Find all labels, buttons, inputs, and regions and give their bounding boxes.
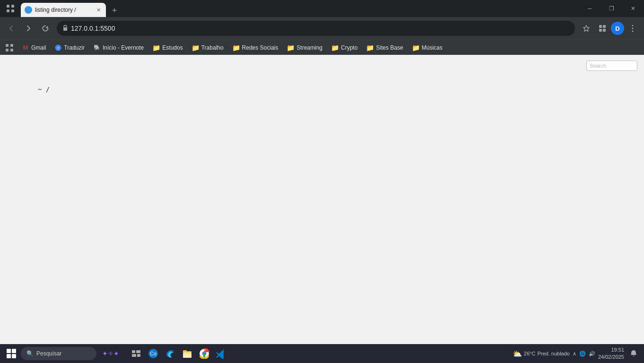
close-button[interactable]: ✕ [622, 0, 644, 17]
bookmark-estudos[interactable]: 📁 Estudos [148, 42, 186, 53]
svg-rect-2 [7, 9, 9, 12]
bookmark-evernote[interactable]: 🐘 Início - Evernote [89, 42, 148, 53]
svg-rect-3 [11, 9, 14, 12]
svg-rect-7 [603, 25, 606, 28]
volume-icon[interactable]: 🔊 [589, 351, 595, 357]
system-clock[interactable]: 19:51 24/02/2025 [598, 346, 624, 361]
taskbar-search-placeholder: Pesquisar [36, 350, 61, 357]
traduzir-favicon: T [54, 44, 62, 52]
tab-title: listing directory / [35, 7, 92, 13]
bookmark-traduzir[interactable]: T Traduzir [51, 42, 88, 53]
svg-rect-20 [136, 350, 140, 353]
bookmark-crypto[interactable]: 📁 Crypto [327, 42, 361, 53]
taskbar-app-edge[interactable] [163, 346, 178, 361]
svg-rect-16 [10, 49, 13, 52]
directory-path: ~ / [38, 86, 50, 93]
taskbar-pinned-apps: Co [129, 346, 229, 361]
forward-button[interactable] [21, 21, 36, 36]
svg-rect-8 [599, 29, 602, 32]
new-tab-button[interactable]: + [108, 4, 121, 17]
taskbar-search-box[interactable]: 🔍 Pesquisar [21, 347, 96, 360]
taskbar: 🔍 Pesquisar ✦✧✦ Co ⛅ 26°C Pred. nublado [0, 344, 644, 363]
bookmark-trabalho-label: Trabalho [201, 44, 224, 51]
taskbar-app-copilot[interactable]: Co [146, 346, 161, 361]
notification-button[interactable] [627, 347, 640, 360]
svg-rect-14 [10, 44, 13, 47]
folder-icon: 📁 [331, 44, 339, 52]
folder-icon: 📁 [232, 44, 240, 52]
back-button[interactable] [4, 21, 19, 36]
svg-point-12 [632, 31, 634, 32]
folder-icon: 📁 [152, 44, 160, 52]
taskbar-ai-button[interactable]: ✦✧✦ [98, 349, 123, 358]
weather-widget[interactable]: ⛅ 26°C Pred. nublado [513, 349, 570, 358]
url-text: 127.0.0.1:5500 [71, 25, 569, 32]
taskbar-app-taskview[interactable] [129, 346, 144, 361]
search-placeholder: Search [590, 63, 606, 69]
bookmark-gmail[interactable]: M Gmail [18, 42, 50, 53]
menu-button[interactable] [625, 21, 640, 36]
svg-rect-13 [6, 44, 9, 47]
bookmark-star-button[interactable] [579, 21, 594, 36]
page-search-box[interactable]: Search [586, 60, 637, 71]
start-button[interactable] [4, 346, 19, 361]
active-tab[interactable]: 🌐 listing directory / ✕ [21, 3, 106, 17]
maximize-button[interactable]: ❐ [600, 0, 622, 17]
bookmarks-apps-button[interactable] [4, 42, 15, 53]
bookmark-trabalho[interactable]: 📁 Trabalho [188, 42, 227, 53]
bookmark-redes-sociais-label: Redes Sociais [242, 44, 278, 51]
window-controls: ─ ❐ ✕ [579, 0, 644, 17]
ai-stars-icon: ✦✧✦ [102, 350, 119, 357]
minimize-button[interactable]: ─ [579, 0, 600, 17]
svg-rect-1 [11, 5, 14, 8]
svg-point-11 [632, 28, 634, 29]
tray-arrow[interactable]: ∧ [573, 351, 576, 357]
refresh-button[interactable] [38, 21, 53, 36]
bookmark-traduzir-label: Traduzir [64, 44, 85, 51]
page-content: Search ~ / [0, 55, 644, 344]
taskbar-app-vscode[interactable] [214, 346, 229, 361]
taskbar-right-area: ⛅ 26°C Pred. nublado ∧ 🌐 🔊 19:51 24/02/2… [513, 346, 640, 361]
folder-icon: 📁 [366, 44, 374, 52]
bookmark-streaming-label: Streaming [296, 44, 322, 51]
clock-time: 19:51 [598, 346, 624, 354]
weather-icon: ⛅ [513, 349, 522, 358]
clock-date: 24/02/2025 [598, 354, 624, 361]
svg-rect-6 [599, 25, 602, 28]
svg-rect-27 [183, 350, 187, 352]
apps-grid-button[interactable] [4, 2, 17, 15]
folder-icon: 📁 [191, 44, 200, 52]
bookmark-sites-base[interactable]: 📁 Sites Base [362, 42, 407, 53]
svg-point-10 [632, 25, 634, 26]
tab-favicon: 🌐 [25, 6, 32, 14]
svg-rect-9 [603, 29, 606, 32]
svg-rect-15 [6, 49, 9, 52]
bookmark-musicas[interactable]: 📁 Músicas [408, 42, 446, 53]
svg-rect-21 [132, 354, 136, 357]
nav-actions: D [579, 21, 640, 36]
taskbar-search-icon: 🔍 [26, 350, 34, 357]
folder-icon: 📁 [412, 44, 420, 52]
svg-rect-19 [132, 350, 135, 353]
extensions-button[interactable] [595, 21, 610, 36]
network-icon[interactable]: 🌐 [579, 351, 586, 357]
svg-rect-4 [63, 27, 67, 31]
address-bar[interactable]: 127.0.0.1:5500 [57, 21, 575, 36]
evernote-favicon: 🐘 [93, 44, 101, 52]
bookmark-estudos-label: Estudos [162, 44, 183, 51]
bookmark-streaming[interactable]: 📁 Streaming [283, 42, 326, 53]
tab-close-button[interactable]: ✕ [95, 6, 102, 14]
svg-rect-0 [7, 5, 9, 8]
svg-text:Co: Co [150, 351, 157, 356]
bookmark-redes-sociais[interactable]: 📁 Redes Sociais [228, 42, 282, 53]
gmail-favicon: M [22, 44, 29, 52]
titlebar: 🌐 listing directory / ✕ + ─ ❐ ✕ [0, 0, 644, 17]
bookmarks-bar: M Gmail T Traduzir 🐘 Início - Evernote 📁… [0, 40, 644, 55]
profile-button[interactable]: D [611, 22, 624, 35]
bookmark-gmail-label: Gmail [31, 44, 46, 51]
svg-text:T: T [57, 46, 60, 51]
taskbar-app-chrome[interactable] [197, 346, 212, 361]
svg-marker-5 [583, 26, 589, 31]
taskbar-app-explorer[interactable] [180, 346, 195, 361]
svg-rect-22 [137, 354, 140, 357]
